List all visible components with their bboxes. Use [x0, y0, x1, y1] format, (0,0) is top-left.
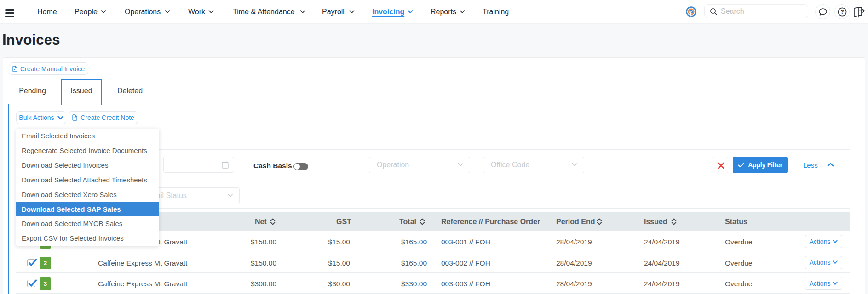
svg-text:?: ?: [840, 9, 844, 15]
